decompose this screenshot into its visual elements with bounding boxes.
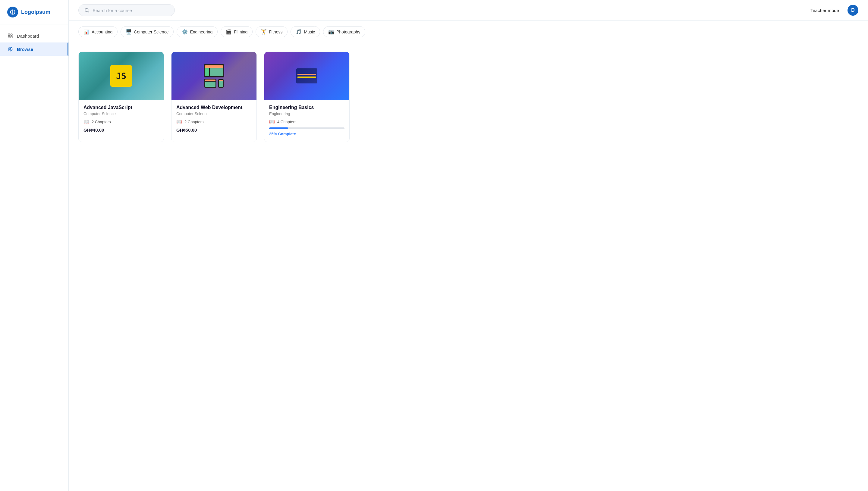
course-progress-section: 25% Complete	[269, 127, 344, 137]
chip-icon-computer-science: 🖥️	[126, 29, 132, 35]
course-title: Advanced Web Development	[176, 105, 252, 110]
thumbnail-advanced-js: JS	[79, 52, 164, 100]
svg-rect-6	[11, 36, 12, 38]
filter-chip-accounting[interactable]: 📊Accounting	[78, 26, 117, 37]
tablet-icon	[204, 79, 216, 88]
chip-label-computer-science: Computer Science	[134, 30, 168, 34]
dashboard-label: Dashboard	[17, 33, 39, 38]
user-avatar[interactable]: D	[847, 5, 858, 16]
filter-chip-engineering[interactable]: ⚙️Engineering	[177, 26, 218, 37]
webdev-mock	[204, 64, 224, 88]
filter-chip-photography[interactable]: 📷Photography	[323, 26, 365, 37]
course-category: Engineering	[269, 112, 344, 116]
card-info-advanced-js: Advanced JavaScript Computer Science 📖 2…	[79, 100, 164, 138]
filter-chip-filming[interactable]: 🎬Filming	[221, 26, 253, 37]
chip-label-engineering: Engineering	[190, 30, 213, 34]
course-chapters: 📖 2 Chapters	[83, 119, 159, 124]
main-content: Search for a course Teacher mode D 📊Acco…	[69, 0, 868, 491]
sidebar-item-browse[interactable]: Browse	[0, 42, 68, 56]
browse-icon	[7, 46, 13, 52]
chip-icon-engineering: ⚙️	[182, 29, 188, 35]
book-icon: 📖	[176, 119, 182, 124]
search-bar[interactable]: Search for a course	[78, 4, 175, 16]
search-placeholder: Search for a course	[92, 8, 132, 13]
course-price: GH¢40.00	[83, 127, 159, 133]
chapters-label: 2 Chapters	[185, 120, 204, 124]
chapters-label: 4 Chapters	[277, 120, 297, 124]
logo[interactable]: Logoipsum	[0, 0, 68, 24]
chip-label-fitness: Fitness	[269, 30, 282, 34]
card-info-engineering-basics: Engineering Basics Engineering 📖 4 Chapt…	[264, 100, 349, 142]
chip-icon-filming: 🎬	[226, 29, 232, 35]
js-badge: JS	[110, 65, 132, 87]
chip-icon-music: 🎵	[296, 29, 302, 35]
filter-chip-computer-science[interactable]: 🖥️Computer Science	[120, 26, 174, 37]
course-card-engineering-basics[interactable]: Engineering Basics Engineering 📖 4 Chapt…	[264, 52, 349, 142]
browse-label: Browse	[17, 47, 33, 52]
logo-text: Logoipsum	[21, 9, 50, 16]
progress-label: 25% Complete	[269, 132, 296, 136]
svg-rect-4	[11, 34, 12, 35]
sidebar-nav: Dashboard Browse	[0, 27, 68, 58]
book-icon: 📖	[83, 119, 89, 124]
svg-rect-5	[8, 36, 10, 38]
chapters-label: 2 Chapters	[92, 120, 111, 124]
course-chapters: 📖 4 Chapters	[269, 119, 344, 124]
thumbnail-engineering-basics	[264, 52, 349, 100]
filter-chip-fitness[interactable]: 🏋️Fitness	[256, 26, 287, 37]
chip-icon-accounting: 📊	[83, 29, 89, 35]
progress-bar-fill	[269, 127, 288, 129]
header: Search for a course Teacher mode D	[69, 0, 868, 21]
phone-icon	[218, 79, 224, 88]
filters-row: 📊Accounting🖥️Computer Science⚙️Engineeri…	[69, 21, 868, 43]
chip-label-music: Music	[304, 30, 315, 34]
filter-chip-music[interactable]: 🎵Music	[290, 26, 320, 37]
course-card-advanced-js[interactable]: JS Advanced JavaScript Computer Science …	[78, 52, 164, 142]
thumbnail-advanced-webdev	[171, 52, 256, 100]
card-info-advanced-webdev: Advanced Web Development Computer Scienc…	[171, 100, 256, 138]
teacher-mode-label: Teacher mode	[810, 8, 839, 13]
search-icon	[84, 7, 89, 13]
chip-label-filming: Filming	[234, 30, 247, 34]
logo-icon	[7, 7, 18, 18]
course-title: Advanced JavaScript	[83, 105, 159, 110]
course-title: Engineering Basics	[269, 105, 344, 110]
book-icon: 📖	[269, 119, 275, 124]
sidebar-divider	[0, 24, 68, 24]
course-category: Computer Science	[176, 112, 252, 116]
course-chapters: 📖 2 Chapters	[176, 119, 252, 124]
chip-icon-fitness: 🏋️	[261, 29, 267, 35]
chip-label-accounting: Accounting	[92, 30, 112, 34]
svg-rect-3	[8, 34, 10, 35]
svg-point-8	[10, 49, 11, 50]
chip-icon-photography: 📷	[328, 29, 334, 35]
course-category: Computer Science	[83, 112, 159, 116]
svg-point-13	[85, 8, 88, 12]
monitor-icon	[204, 64, 224, 78]
svg-line-14	[88, 11, 89, 12]
course-grid-container: JS Advanced JavaScript Computer Science …	[69, 43, 868, 491]
sidebar: Logoipsum Dashboard Browse	[0, 0, 69, 491]
laptop-3d-icon	[296, 68, 317, 83]
course-price: GH¢50.00	[176, 127, 252, 133]
sidebar-item-dashboard[interactable]: Dashboard	[0, 29, 68, 42]
dashboard-icon	[7, 33, 13, 39]
chip-label-photography: Photography	[336, 30, 360, 34]
progress-bar-bg	[269, 127, 344, 129]
course-card-advanced-webdev[interactable]: Advanced Web Development Computer Scienc…	[171, 52, 257, 142]
course-grid: JS Advanced JavaScript Computer Science …	[78, 52, 349, 142]
